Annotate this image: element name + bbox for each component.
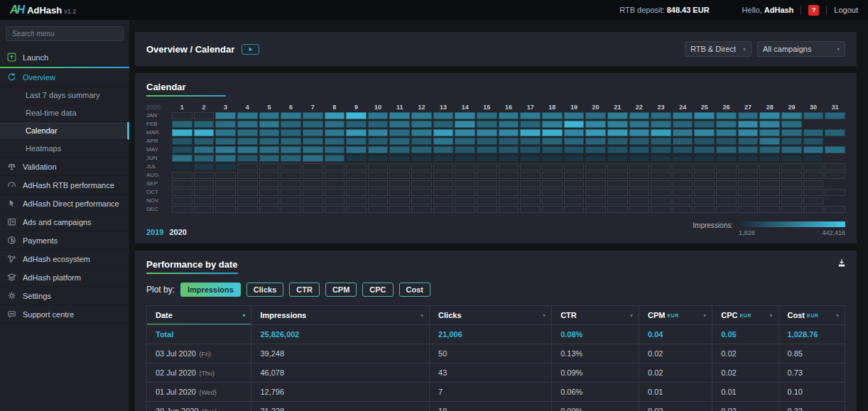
heatmap-cell[interactable] xyxy=(716,129,737,136)
heatmap-cell[interactable] xyxy=(215,129,236,136)
heatmap-cell[interactable] xyxy=(389,129,410,136)
sidebar-subitem-calendar[interactable]: Calendar xyxy=(0,122,129,140)
heatmap-cell[interactable] xyxy=(194,163,215,170)
heatmap-cell[interactable] xyxy=(738,189,759,196)
heatmap-cell[interactable] xyxy=(738,197,759,204)
heatmap-cell[interactable] xyxy=(694,206,715,213)
heatmap-cell[interactable] xyxy=(651,172,671,179)
heatmap-cell[interactable] xyxy=(629,163,650,170)
heatmap-cell[interactable] xyxy=(477,189,497,196)
heatmap-cell[interactable] xyxy=(499,197,519,204)
heatmap-cell[interactable] xyxy=(389,172,410,179)
heatmap-cell[interactable] xyxy=(194,112,215,119)
heatmap-cell[interactable] xyxy=(215,138,236,145)
heatmap-cell[interactable] xyxy=(499,121,519,128)
heatmap-cell[interactable] xyxy=(759,138,780,145)
heatmap-cell[interactable] xyxy=(215,206,236,213)
column-header-clicks[interactable]: Clicks▾ xyxy=(430,306,552,325)
heatmap-cell[interactable] xyxy=(585,121,606,128)
heatmap-cell[interactable] xyxy=(738,121,759,128)
heatmap-cell[interactable] xyxy=(237,121,258,128)
heatmap-cell[interactable] xyxy=(694,121,715,128)
heatmap-cell[interactable] xyxy=(564,112,585,119)
heatmap-cell[interactable] xyxy=(673,163,693,170)
heatmap-cell[interactable] xyxy=(781,129,802,136)
heatmap-cell[interactable] xyxy=(738,180,759,187)
heatmap-cell[interactable] xyxy=(629,112,650,119)
heatmap-cell[interactable] xyxy=(325,163,345,170)
heatmap-cell[interactable] xyxy=(825,112,845,119)
heatmap-cell[interactable] xyxy=(477,163,497,170)
heatmap-cell[interactable] xyxy=(411,121,432,128)
heatmap-cell[interactable] xyxy=(803,206,824,213)
heatmap-cell[interactable] xyxy=(368,121,389,128)
heatmap-cell[interactable] xyxy=(281,172,301,179)
heatmap-cell[interactable] xyxy=(694,138,715,145)
heatmap-cell[interactable] xyxy=(325,146,345,153)
heatmap-cell[interactable] xyxy=(520,172,541,179)
heatmap-cell[interactable] xyxy=(433,189,454,196)
heatmap-cell[interactable] xyxy=(411,189,432,196)
heatmap-cell[interactable] xyxy=(520,129,541,136)
heatmap-cell[interactable] xyxy=(433,155,454,162)
heatmap-cell[interactable] xyxy=(368,189,389,196)
heatmap-cell[interactable] xyxy=(738,206,759,213)
heatmap-cell[interactable] xyxy=(411,172,432,179)
heatmap-cell[interactable] xyxy=(389,197,410,204)
sidebar-item-overview[interactable]: Overview xyxy=(0,68,129,87)
heatmap-cell[interactable] xyxy=(411,155,432,162)
heatmap-cell[interactable] xyxy=(259,112,280,119)
heatmap-cell[interactable] xyxy=(564,206,585,213)
heatmap-cell[interactable] xyxy=(215,172,236,179)
heatmap-cell[interactable] xyxy=(607,180,628,187)
heatmap-cell[interactable] xyxy=(281,163,301,170)
heatmap-cell[interactable] xyxy=(389,155,410,162)
heatmap-cell[interactable] xyxy=(759,206,780,213)
heatmap-cell[interactable] xyxy=(564,155,585,162)
heatmap-cell[interactable] xyxy=(411,206,432,213)
heatmap-cell[interactable] xyxy=(781,180,802,187)
heatmap-cell[interactable] xyxy=(455,121,475,128)
heatmap-cell[interactable] xyxy=(759,189,780,196)
heatmap-cell[interactable] xyxy=(215,180,236,187)
heatmap-cell[interactable] xyxy=(172,163,192,170)
heatmap-cell[interactable] xyxy=(477,129,497,136)
heatmap-cell[interactable] xyxy=(389,112,410,119)
heatmap-cell[interactable] xyxy=(411,163,432,170)
heatmap-cell[interactable] xyxy=(738,129,759,136)
heatmap-cell[interactable] xyxy=(259,163,280,170)
heatmap-cell[interactable] xyxy=(172,197,192,204)
heatmap-cell[interactable] xyxy=(759,180,780,187)
heatmap-cell[interactable] xyxy=(477,197,497,204)
heatmap-cell[interactable] xyxy=(499,138,519,145)
heatmap-cell[interactable] xyxy=(237,172,258,179)
heatmap-cell[interactable] xyxy=(803,172,824,179)
heatmap-cell[interactable] xyxy=(673,197,693,204)
heatmap-cell[interactable] xyxy=(759,155,780,162)
heatmap-cell[interactable] xyxy=(194,138,215,145)
heatmap-cell[interactable] xyxy=(585,163,606,170)
sidebar-subitem-real-time-data[interactable]: Real-time data xyxy=(0,104,129,122)
heatmap-cell[interactable] xyxy=(673,206,693,213)
logout-button[interactable]: Logout xyxy=(834,6,858,14)
heatmap-cell[interactable] xyxy=(542,146,563,153)
heatmap-cell[interactable] xyxy=(542,163,563,170)
heatmap-cell[interactable] xyxy=(694,112,715,119)
heatmap-cell[interactable] xyxy=(585,129,606,136)
heatmap-cell[interactable] xyxy=(542,138,563,145)
sidebar-subitem-last-7-days-summary[interactable]: Last 7 days summary xyxy=(0,87,129,104)
heatmap-cell[interactable] xyxy=(346,197,367,204)
heatmap-cell[interactable] xyxy=(433,206,454,213)
heatmap-cell[interactable] xyxy=(237,129,258,136)
heatmap-cell[interactable] xyxy=(694,197,715,204)
heatmap-cell[interactable] xyxy=(303,189,323,196)
heatmap-cell[interactable] xyxy=(325,112,345,119)
heatmap-cell[interactable] xyxy=(629,172,650,179)
heatmap-cell[interactable] xyxy=(259,121,280,128)
heatmap-cell[interactable] xyxy=(477,112,497,119)
heatmap-cell[interactable] xyxy=(781,146,802,153)
heatmap-cell[interactable] xyxy=(607,172,628,179)
heatmap-cell[interactable] xyxy=(281,180,301,187)
heatmap-cell[interactable] xyxy=(759,163,780,170)
heatmap-cell[interactable] xyxy=(651,180,671,187)
